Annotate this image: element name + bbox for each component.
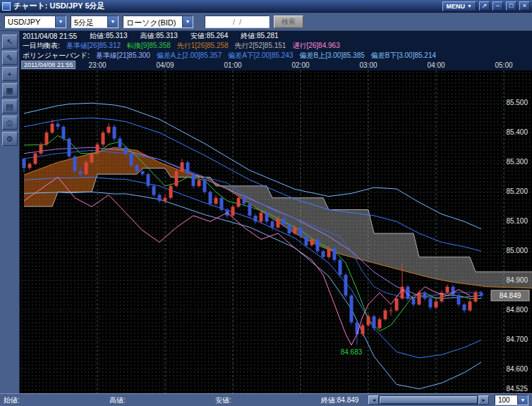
zoom-select-value: 100 xyxy=(495,395,517,405)
timeframe-select[interactable]: 5分足 ▼ xyxy=(71,16,119,28)
svg-text:85.400: 85.400 xyxy=(506,128,528,136)
svg-text:85.500: 85.500 xyxy=(506,99,528,106)
candle-datetime: 2011/04/08 21:55 xyxy=(23,32,77,40)
bollinger-title: ボリンジャーバンド: xyxy=(23,51,90,61)
open-value: 始値:85.313 xyxy=(90,31,127,41)
minimize-icon: − xyxy=(496,3,500,9)
selected-time-label: 2011/04/08 21:55 xyxy=(21,61,75,69)
svg-text:85.200: 85.200 xyxy=(506,187,528,195)
zoom-select[interactable]: 100 ▼ xyxy=(495,395,528,405)
maximize-icon: □ xyxy=(509,3,513,9)
legend-item: 遅行[26]84.963 xyxy=(292,41,339,51)
scroll-left-button[interactable]: ◄ xyxy=(368,395,379,405)
scroll-right-button[interactable]: ► xyxy=(478,395,489,405)
close-button[interactable]: × xyxy=(519,1,530,11)
legend-item: 先行2[52]85.151 xyxy=(235,41,286,51)
price-chart[interactable]: 84.68385.50085.40085.30085.20085.10085.0… xyxy=(20,70,532,393)
time-label: 01:00 xyxy=(224,61,241,69)
chevron-down-icon[interactable]: ▼ xyxy=(517,395,528,405)
time-label: 04/09 xyxy=(156,61,174,69)
svg-text:85.100: 85.100 xyxy=(506,217,528,225)
left-toolbar: ↖✎+▦▤⎙⚙ xyxy=(0,31,20,393)
chart-type-select[interactable]: ローソク(BID) ▼ xyxy=(123,16,193,28)
app-icon xyxy=(2,2,11,11)
time-label: 02:00 xyxy=(291,61,309,69)
main-region: ↖✎+▦▤⎙⚙ 2011/04/08 21:55 始値:85.313 高値:85… xyxy=(0,31,532,393)
chart-column: 2011/04/08 21:55 始値:85.313 高値:85.313 安値:… xyxy=(20,31,532,393)
bottom-status-bar: 始値: 高値: 安値: 終値:84.849 ◄ ► 100 ▼ xyxy=(0,393,532,406)
window-title: チャート: USD/JPY 5分足 xyxy=(13,1,105,11)
crosshair-tool[interactable]: + xyxy=(2,67,18,81)
titlebar: チャート: USD/JPY 5分足 MENU ▼ ↗ − □ × xyxy=(0,0,532,13)
print-tool[interactable]: ⎙ xyxy=(2,116,18,130)
time-label: 03:00 xyxy=(359,61,377,69)
chevron-down-icon: ▼ xyxy=(467,4,472,8)
menu-label: MENU xyxy=(447,3,466,10)
chart-grid-tool[interactable]: ▤ xyxy=(2,99,18,113)
chevron-down-icon[interactable]: ▼ xyxy=(107,16,118,27)
time-label: 23:00 xyxy=(88,61,106,69)
legend-item: 先行1[26]85.258 xyxy=(177,41,229,51)
legend-item: 基準線[21]85.300 xyxy=(96,51,150,61)
bottom-open-label: 始値: xyxy=(4,395,109,405)
maximize-button[interactable]: □ xyxy=(506,1,516,11)
time-axis: 2011/04/08 21:5523:0004/0901:0002:0003:0… xyxy=(20,61,532,70)
cursor-tool[interactable]: ↖ xyxy=(2,35,18,49)
time-label: 05:00 xyxy=(495,61,512,69)
legend-item: 偏差B下[3.00]85.214 xyxy=(371,51,436,61)
chart-window: チャート: USD/JPY 5分足 MENU ▼ ↗ − □ × USD/JPY… xyxy=(0,0,532,406)
legend-item: 偏差A下[2.00]85.243 xyxy=(228,51,293,61)
low-value: 安値:85.264 xyxy=(191,31,228,41)
timeframe-select-value: 5分足 xyxy=(71,16,107,27)
legend-item: 偏差B上[3.00]85.385 xyxy=(299,51,364,61)
menu-button[interactable]: MENU ▼ xyxy=(442,1,476,11)
search-button[interactable]: 検索 xyxy=(274,16,303,28)
svg-text:84.700: 84.700 xyxy=(506,336,528,343)
ohlc-info-row: 2011/04/08 21:55 始値:85.313 高値:85.313 安値:… xyxy=(20,31,532,41)
toolbar: USD/JPY ▼ 5分足 ▼ ローソク(BID) ▼ / / 検索 xyxy=(0,13,532,31)
legend-item: 偏差A上[2.00]85.357 xyxy=(157,51,222,61)
svg-text:84.800: 84.800 xyxy=(506,306,528,314)
svg-text:85.000: 85.000 xyxy=(506,247,528,254)
svg-text:84.849: 84.849 xyxy=(500,292,521,300)
legend-item: 基準値[26]85.312 xyxy=(66,41,121,51)
pair-select-value: USD/JPY xyxy=(5,16,55,27)
settings-tool[interactable]: ⚙ xyxy=(2,132,18,146)
bottom-high-label: 高値: xyxy=(109,395,215,405)
ichimoku-title: 一目均衡表: xyxy=(23,41,60,51)
scrollbar-track[interactable] xyxy=(379,395,478,405)
bottom-close-value: 終値:84.849 xyxy=(321,395,358,405)
pair-select[interactable]: USD/JPY ▼ xyxy=(4,16,66,28)
bottom-low-label: 安値: xyxy=(215,395,321,405)
scrollbar-thumb[interactable] xyxy=(380,396,478,404)
close-icon: × xyxy=(523,3,526,9)
chart-type-select-value: ローソク(BID) xyxy=(123,16,182,27)
svg-text:84.600: 84.600 xyxy=(506,365,528,373)
date-input[interactable]: / / xyxy=(205,16,270,28)
close-value: 終値:85.281 xyxy=(241,31,278,41)
bollinger-legend-row: ボリンジャーバンド: 基準線[21]85.300偏差A上[2.00]85.357… xyxy=(20,51,532,61)
popout-button[interactable]: ↗ xyxy=(479,1,490,11)
candlestick-tool[interactable]: ▦ xyxy=(2,83,18,97)
popout-icon: ↗ xyxy=(482,3,488,9)
time-label: 04:00 xyxy=(427,61,445,69)
chevron-down-icon[interactable]: ▼ xyxy=(182,16,193,27)
svg-text:84.525: 84.525 xyxy=(506,385,528,393)
minimize-button[interactable]: − xyxy=(492,1,503,11)
chevron-down-icon[interactable]: ▼ xyxy=(55,16,66,27)
svg-text:84.683: 84.683 xyxy=(341,348,363,356)
pencil-tool[interactable]: ✎ xyxy=(2,51,18,65)
svg-text:84.900: 84.900 xyxy=(506,276,528,284)
chart-canvas[interactable]: 84.68385.50085.40085.30085.20085.10085.0… xyxy=(20,70,532,393)
high-value: 高値:85.313 xyxy=(140,31,177,41)
horizontal-scrollbar[interactable]: ◄ ► xyxy=(368,395,489,405)
ichimoku-legend-row: 一目均衡表: 基準値[26]85.312転換[9]85.358先行1[26]85… xyxy=(20,41,532,51)
svg-text:85.300: 85.300 xyxy=(506,158,528,166)
legend-item: 転換[9]85.358 xyxy=(127,41,171,51)
